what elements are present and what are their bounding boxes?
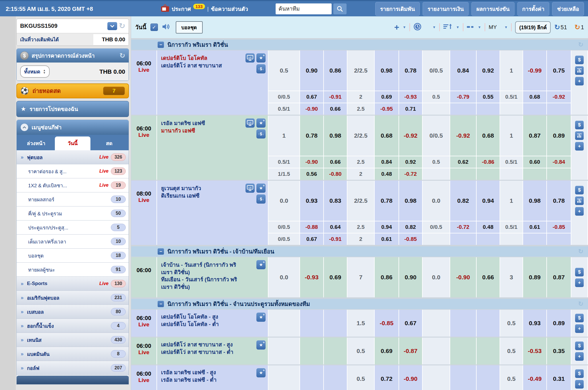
odds-value[interactable]: 0.98 [375,50,399,91]
handicap-value[interactable]: 0.5 [500,310,523,337]
sort-caret[interactable]: ▼ [456,25,459,29]
odds-value[interactable]: 0.89 [523,257,546,297]
sidebar-item[interactable]: คี่/คู่ & ประตูรวม50 [17,206,129,221]
search-input[interactable] [276,3,332,14]
odds-swap-icon[interactable]: ↑$↓ [256,64,266,73]
odds-value[interactable]: 0.69 [375,338,399,364]
fav-add-icon[interactable]: ★+ [256,260,266,269]
odds-value[interactable]: 0.86 [375,257,399,297]
odds-value[interactable]: -0.92 [450,116,476,156]
odds-value[interactable]: 0.93 [300,181,323,221]
odds-value[interactable]: -0.95 [375,103,399,115]
odds-value[interactable]: 0.66 [324,156,347,168]
fav-add-icon[interactable]: ★+ [256,313,266,322]
handicap-value[interactable]: 2/2.5 [347,50,374,91]
team-name[interactable]: ดิเรียนเกน เอฟซี [161,192,241,200]
odds-value[interactable]: 0.61 [523,221,546,233]
odds-value[interactable]: 0.92 [399,156,422,168]
sort-icon[interactable] [443,23,452,31]
odds-value[interactable]: -0.85 [399,233,422,245]
handicap-value[interactable]: 0.5 [500,338,523,364]
odds-value[interactable]: 0.67 [300,91,323,103]
handicap-value[interactable]: 2.5 [347,103,374,115]
fav-add-icon[interactable]: ★+ [256,118,266,128]
sidebar-item[interactable]: ทายผลสกอร์10 [17,192,129,206]
odds-value[interactable]: 0.92 [477,50,500,91]
announcements-link[interactable]: ประกาศ [172,5,191,13]
fav-add-icon[interactable]: ★+ [256,340,266,350]
odds-value[interactable]: 0.89 [547,116,571,156]
search-button[interactable] [333,3,347,14]
team-name[interactable]: ทีมเยือน - วันเสาร์ (นิการากัว พริเมรา ด… [161,276,241,290]
odds-value[interactable]: -0.91 [324,233,347,245]
bet-money-button[interactable]: $ [575,369,584,378]
odds-value[interactable]: -0.80 [324,168,347,180]
handicap-value[interactable]: 0.5 [268,50,299,91]
handicap-value[interactable]: 0/0.5 [268,91,299,103]
handicap-value[interactable]: 0/0.5 [268,221,299,233]
odds-value[interactable]: 0.67 [399,310,422,337]
forecast-refresh-icon[interactable]: ↻ [119,52,125,60]
add-bet-button[interactable]: + [575,324,584,333]
odds-value[interactable]: 0.82 [450,181,476,221]
display-mode-icon[interactable] [467,25,474,30]
handicap-value[interactable]: 0/0.5 [423,221,450,233]
odds-value[interactable]: -0.90 [399,365,422,390]
odds-value[interactable]: -0.90 [300,156,323,168]
tab-สด[interactable]: สด [92,136,127,150]
odds-value[interactable]: 0.48 [477,221,500,233]
odds-value[interactable]: -0.90 [300,103,323,115]
add-bet-button[interactable]: + [575,77,584,85]
team-name[interactable]: เดปอร์ติโว่ ลาส ซาบานาส - สูง [161,341,241,348]
league-refresh-icon[interactable]: ↻ [578,300,588,308]
add-bet-button[interactable]: + [575,352,584,361]
odds-value[interactable]: 0.78 [399,50,422,91]
nav-button-รายงานการเงิน[interactable]: รายงานการเงิน [423,2,469,16]
account-refresh-icon[interactable]: ↻ [119,22,125,30]
handicap-value[interactable]: 0/0.5 [268,233,299,245]
fav-add-icon[interactable]: ★+ [256,184,266,193]
live-stream-bar[interactable]: ⚽ ถ่ายทอดสด 7 [16,83,129,98]
team-name[interactable]: เดปอร์ติโบ โอโคทัล - สูง [161,313,241,321]
add-bet-button[interactable]: + [575,380,584,389]
odds-value[interactable]: -0.85 [547,221,571,233]
time-filter-caret[interactable]: ▼ [432,25,436,29]
odds-value[interactable]: 0.55 [477,91,500,103]
live-tv-icon[interactable]: LC [245,53,255,63]
odds-value[interactable]: 0.84 [450,50,476,91]
team-name[interactable]: เจ้าบ้าน - วันเสาร์ (นิการากัว พริเมรา ด… [161,261,241,276]
stats-button[interactable] [575,196,584,205]
bet-money-button[interactable]: $ [575,186,584,194]
tv-icon[interactable] [161,4,169,13]
odds-value[interactable]: -0.92 [547,91,571,103]
display-mode-caret[interactable]: ▼ [478,25,481,29]
odds-value[interactable]: 0.94 [375,221,399,233]
handicap-value[interactable]: 2.5 [347,221,374,233]
account-dropdown-icon[interactable] [107,22,117,30]
odds-value[interactable]: 0.31 [547,365,571,390]
team-name[interactable]: เดปอร์ติโบ โอโคทัล - ต่ำ [161,321,241,328]
sidebar-item[interactable]: เต็มเวลา/ครึ่งเวลา10 [17,235,129,249]
refresh-timer-secondary[interactable]: ↻ 1 [575,23,584,31]
collapse-icon[interactable]: − [158,42,164,48]
handicap-value[interactable]: 0.5 [347,338,374,364]
odds-value[interactable]: -0.90 [450,257,476,297]
sports-menu-header[interactable]: เมนูซ่อนกีฬา [17,120,129,135]
sidebar-item[interactable]: »แบดมินตัน8 [17,347,129,361]
handicap-value[interactable]: 7 [347,257,374,297]
mix-parlay-button[interactable]: บอลชุด [176,21,203,34]
odds-value[interactable]: -0.92 [399,116,422,156]
odds-value[interactable]: -0.91 [324,91,347,103]
odds-value[interactable]: 0.72 [375,365,399,390]
handicap-value[interactable]: 2 [347,168,374,180]
odds-value[interactable]: 0.68 [375,116,399,156]
odds-value[interactable]: 0.98 [324,116,347,156]
handicap-value[interactable]: 1 [500,181,523,221]
handicap-value[interactable]: 1 [500,50,523,91]
forecast-filter-select[interactable]: ทั้งหมด ▲▼ [20,65,50,78]
odds-value[interactable]: 0.69 [324,257,347,297]
add-bet-button[interactable]: + [575,207,584,216]
odds-value[interactable]: 0.68 [477,116,500,156]
refresh-timer-primary[interactable]: ↻ 51 [554,23,567,31]
tab-วันนี้[interactable]: วันนี้ [55,136,90,150]
